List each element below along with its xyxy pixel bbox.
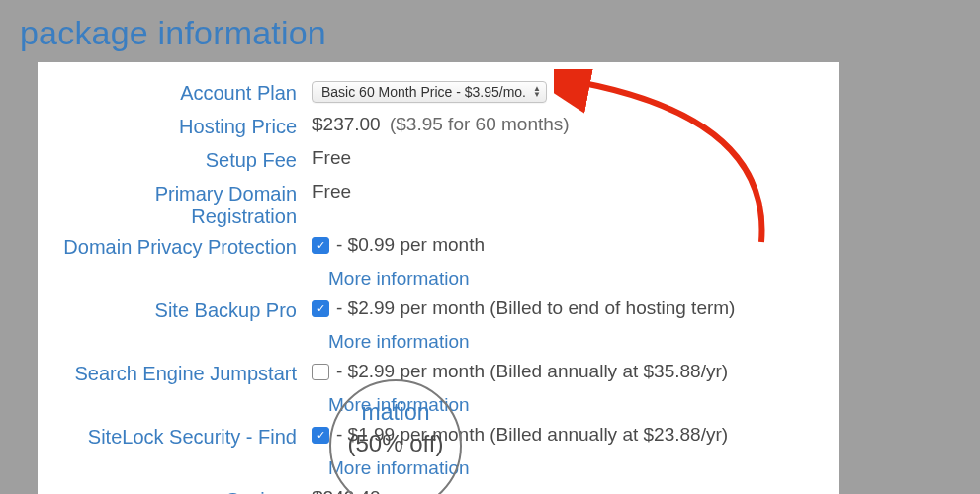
label-search-engine: Search Engine Jumpstart [57, 361, 312, 385]
label-domain-privacy: Domain Privacy Protection [57, 234, 312, 259]
row-hosting-price: Hosting Price $237.00 ($3.95 for 60 mont… [57, 114, 819, 141]
row-account-plan: Account Plan Basic 60 Month Price - $3.9… [57, 80, 819, 108]
select-value: Basic 60 Month Price - $3.95/mo. [321, 84, 526, 100]
value-savings: $242.40 [312, 487, 819, 494]
label-account-plan: Account Plan [57, 80, 312, 105]
label-sitelock: SiteLock Security - Find [57, 424, 312, 449]
package-card: Account Plan Basic 60 Month Price - $3.9… [38, 62, 839, 494]
row-site-backup: Site Backup Pro ✓ - $2.99 per month (Bil… [57, 297, 819, 325]
label-savings: Savings [57, 487, 312, 494]
label-setup-fee: Setup Fee [57, 147, 312, 172]
link-more-info-search[interactable]: More information [328, 394, 470, 415]
label-domain-registration: Primary Domain Registration [57, 181, 312, 228]
chevron-updown-icon: ▲▼ [533, 86, 541, 98]
row-search-engine: Search Engine Jumpstart - $2.99 per mont… [57, 361, 819, 388]
row-sitelock: SiteLock Security - Find ✓ - $1.99 per m… [57, 424, 819, 452]
value-search-engine: - $2.99 per month (Billed annually at $3… [336, 361, 728, 382]
link-more-info-backup[interactable]: More information [328, 331, 470, 352]
link-more-info-privacy[interactable]: More information [328, 268, 470, 288]
label-hosting-price: Hosting Price [57, 114, 312, 138]
row-domain-registration: Primary Domain Registration Free [57, 181, 819, 228]
page-title: package information [0, 0, 980, 62]
row-savings: Savings $242.40 [57, 487, 819, 494]
value-sitelock: - $1.99 per month (Billed annually at $2… [336, 424, 728, 446]
checkbox-site-backup[interactable]: ✓ [312, 300, 329, 317]
row-domain-privacy: Domain Privacy Protection ✓ - $0.99 per … [57, 234, 819, 262]
row-setup-fee: Setup Fee Free [57, 147, 819, 175]
value-domain-registration: Free [312, 181, 819, 203]
value-hosting-price: $237.00 ($3.95 for 60 months) [312, 114, 819, 135]
link-more-info-sitelock[interactable]: More information [328, 457, 470, 478]
value-site-backup: - $2.99 per month (Billed to end of host… [336, 297, 735, 319]
label-site-backup: Site Backup Pro [57, 297, 312, 322]
value-domain-privacy: - $0.99 per month [336, 234, 485, 256]
value-setup-fee: Free [312, 147, 819, 169]
checkbox-search-engine[interactable] [312, 364, 329, 380]
checkbox-sitelock[interactable]: ✓ [312, 427, 329, 444]
checkbox-domain-privacy[interactable]: ✓ [312, 237, 329, 254]
account-plan-select[interactable]: Basic 60 Month Price - $3.95/mo. ▲▼ [312, 81, 547, 103]
